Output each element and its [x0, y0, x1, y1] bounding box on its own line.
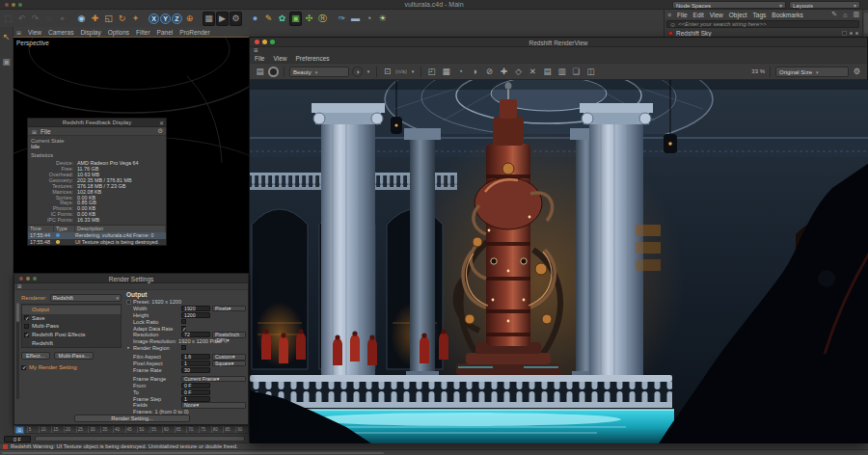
setting-checkbox[interactable] [181, 345, 186, 350]
chevron-down-icon[interactable]: ▾ [410, 68, 416, 74]
timeline-playhead[interactable]: 0 [15, 426, 24, 434]
toolbar-icon[interactable] [69, 12, 74, 26]
toolbar-icon[interactable] [243, 12, 248, 26]
setting-dropdown[interactable]: Custom▾ [212, 354, 246, 361]
close-icon[interactable]: ✕ [159, 120, 164, 126]
live-selection-icon[interactable]: ◉ [75, 12, 88, 26]
scrollbar[interactable] [16, 303, 19, 399]
render-settings-tree-item[interactable]: Output [22, 306, 121, 314]
start-render-button[interactable] [268, 67, 279, 77]
disable-updates-icon[interactable]: ⊘ [484, 67, 495, 76]
cube-tool-icon[interactable]: ▣ [1, 56, 13, 67]
home-icon[interactable]: ⌂ [843, 12, 847, 18]
setting-input[interactable]: 1200 [181, 312, 210, 318]
viewport-menu-item[interactable]: View [28, 29, 41, 36]
chevron-down-icon[interactable]: ▾ [366, 68, 371, 74]
layouts-dropdown[interactable]: Layouts▾ [789, 1, 860, 9]
snapshot-a-icon[interactable]: ▤ [542, 67, 553, 76]
layers-icon[interactable]: ▥ [853, 11, 859, 18]
aov-dropdown[interactable]: Beauty▾ [289, 67, 349, 77]
setting-dropdown[interactable]: None▾ [181, 402, 246, 409]
redo-icon[interactable]: ↷ [29, 12, 41, 26]
renderview-titlebar[interactable]: Redshift RenderView [250, 38, 867, 47]
hair-icon[interactable]: Ⓗ [316, 12, 329, 26]
render-settings-tree-item[interactable]: Redshift [22, 338, 121, 347]
primitive-object-icon[interactable]: ● [249, 12, 261, 26]
render-settings-titlebar[interactable]: Render Settings [14, 274, 248, 283]
display-size-dropdown[interactable]: Original Size▾ [775, 67, 849, 77]
coord-system-icon[interactable]: ⊕ [183, 12, 196, 26]
viewport-view-label[interactable]: Perspective [16, 40, 49, 46]
setting-input[interactable]: 1.6 [181, 354, 210, 360]
setting-checkbox[interactable] [181, 319, 186, 324]
clay-render-icon[interactable]: ◔ [455, 67, 466, 76]
snapshot-b-icon[interactable]: ▥ [556, 67, 567, 76]
selection-box-icon[interactable]: ⬚ [2, 12, 14, 26]
toolbar-icon[interactable] [330, 12, 335, 26]
fit-view-icon[interactable]: ◇ [513, 67, 524, 76]
my-render-setting-row[interactable]: My Render Setting [21, 364, 122, 370]
mograph-icon[interactable]: ✿ [276, 12, 288, 26]
pick-focus-icon[interactable]: ✚ [499, 67, 509, 76]
gear-icon[interactable]: ⚙ [157, 127, 163, 135]
ab-compare-icon[interactable]: ◑ [352, 67, 363, 77]
light-icon[interactable]: ☀ [376, 12, 389, 26]
log-row[interactable]: 17:55:44 Rendering, vulturala.c4d Frame:… [28, 232, 166, 239]
setting-checkbox[interactable] [181, 326, 186, 331]
renderer-dropdown[interactable]: Redshift▾ [50, 294, 122, 302]
render-settings-tree-item[interactable]: Save [22, 314, 121, 323]
object-manager-menu-item[interactable]: File [677, 12, 687, 18]
render-settings-tree-item[interactable]: Redshift Post Effects [22, 331, 121, 339]
object-manager-menu-item[interactable]: Edit [693, 12, 704, 18]
scale-tool-icon[interactable]: ◱ [102, 12, 115, 26]
cursor-tool-icon[interactable]: ↖ [1, 31, 13, 42]
floor-icon[interactable]: ▬ [349, 12, 362, 26]
pen-icon[interactable]: ✑ [336, 12, 348, 26]
timeline-ruler[interactable]: 051015202530354045505560657075808590 0 [14, 425, 249, 434]
enable-checkbox[interactable] [24, 333, 29, 337]
frame-slider[interactable] [35, 436, 245, 442]
feedback-titlebar[interactable]: Redshift Feedback Display ✕ [28, 119, 166, 127]
target-icon[interactable]: ⌖ [56, 12, 68, 26]
log-row[interactable]: 17:55:48 UI Texture object is being dest… [28, 239, 166, 246]
setting-input[interactable]: 0 F [181, 389, 210, 395]
copy-snapshot-icon[interactable]: ❏ [571, 67, 582, 76]
node-spaces-dropdown[interactable]: Node Spaces▾ [672, 1, 786, 9]
feedback-file-menu[interactable]: File [41, 128, 50, 135]
move-tool-icon[interactable]: ✚ [89, 12, 101, 26]
render-settings-icon[interactable]: ⚙ [230, 12, 242, 26]
object-name[interactable]: Redshift Sky [676, 30, 712, 37]
crop-region-icon[interactable]: ⊡ [382, 67, 393, 76]
spline-pen-icon[interactable]: ✎ [262, 12, 275, 26]
enable-checkbox[interactable] [24, 315, 29, 320]
renderview-menu-item[interactable]: File [255, 55, 264, 62]
clear-region-icon[interactable]: ✕ [528, 67, 538, 76]
object-manager-menu-item[interactable]: Bookmarks [772, 12, 803, 18]
object-manager-menu-item[interactable]: View [710, 12, 723, 18]
effect-button[interactable]: Effect... [21, 352, 50, 360]
viewport-menu-item[interactable]: ProRender [179, 29, 209, 36]
volume-icon[interactable]: ▣ [289, 12, 302, 26]
multipass-button[interactable]: Multi-Pass... [54, 352, 95, 360]
object-search-field[interactable]: ⊙ <<Enter your search string here>> [666, 20, 859, 28]
viewport-menu-item[interactable]: Panel [157, 29, 174, 36]
enable-checkbox[interactable] [24, 324, 29, 329]
setting-input[interactable]: 1920 [181, 306, 210, 311]
menu-icon[interactable]: ≡ [667, 12, 671, 18]
rotate-tool-icon[interactable]: ↻ [116, 12, 128, 26]
undo-icon[interactable]: ↶ [15, 12, 28, 26]
camera-icon[interactable]: ◔ [363, 12, 375, 26]
toolbar-icon[interactable] [143, 12, 148, 26]
split-view-icon[interactable]: ◫ [585, 67, 596, 76]
setting-input[interactable]: 72 [181, 332, 210, 337]
setting-dropdown[interactable]: Pixels▾ [212, 306, 246, 312]
active-setting-checkbox[interactable] [21, 365, 26, 370]
viewport-menu-item[interactable]: Options [108, 29, 129, 36]
setting-input[interactable]: 30 [181, 367, 210, 373]
viewport-menu-icon[interactable]: ⊞ [16, 29, 21, 36]
editor-visibility-dot[interactable] [850, 32, 853, 35]
pencil-icon[interactable]: ✎ [831, 11, 837, 18]
compare-wipe-icon[interactable]: ◑ [470, 67, 480, 76]
lasso-icon[interactable]: ◌ [42, 12, 55, 26]
viewport-menu-item[interactable]: Cameras [48, 29, 73, 36]
